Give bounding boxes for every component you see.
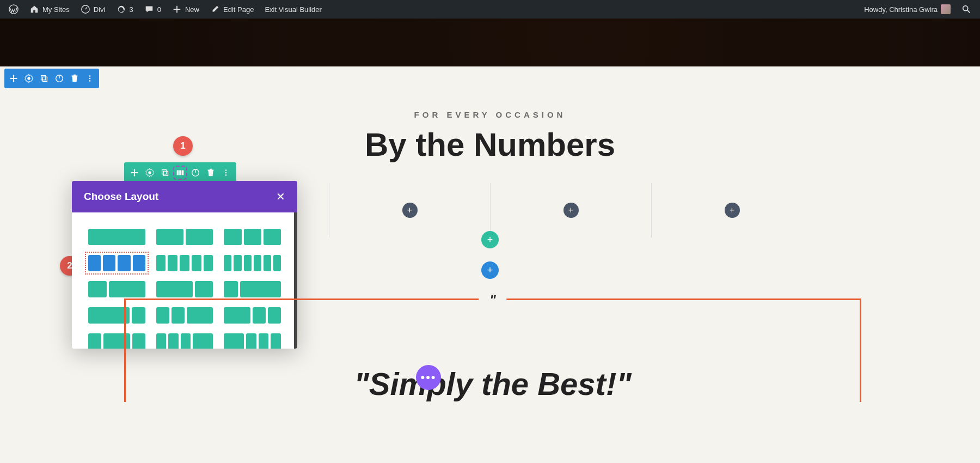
duplicate-icon[interactable] bbox=[39, 74, 49, 83]
layout-row bbox=[88, 281, 281, 297]
power-icon[interactable] bbox=[191, 168, 200, 178]
svg-point-17 bbox=[225, 169, 227, 171]
more-icon[interactable] bbox=[221, 168, 231, 178]
svg-point-9 bbox=[89, 80, 91, 82]
exit-vb-label: Exit Visual Builder bbox=[265, 5, 322, 14]
column-2: + bbox=[329, 183, 490, 237]
site-name-label: Divi bbox=[94, 5, 106, 14]
svg-point-2 bbox=[963, 6, 968, 11]
home-icon bbox=[29, 4, 39, 14]
layout-option-3col[interactable] bbox=[224, 229, 281, 245]
search-toggle[interactable] bbox=[957, 0, 976, 19]
layout-option-4col[interactable] bbox=[88, 255, 145, 271]
comments-menu[interactable]: 0 bbox=[140, 0, 166, 19]
layout-row bbox=[88, 229, 281, 245]
svg-rect-12 bbox=[163, 171, 168, 175]
comments-count: 0 bbox=[157, 5, 161, 14]
search-icon bbox=[961, 4, 971, 14]
wp-logo-menu[interactable] bbox=[4, 0, 23, 19]
eyebrow-text: FOR EVERY OCCASION bbox=[0, 110, 980, 119]
layout-option-2-1[interactable] bbox=[156, 281, 213, 297]
columns-layout-icon[interactable] bbox=[175, 168, 185, 178]
my-sites-label: My Sites bbox=[42, 5, 70, 14]
column-4: + bbox=[651, 183, 812, 237]
svg-point-18 bbox=[225, 172, 227, 174]
trash-icon[interactable] bbox=[70, 74, 79, 83]
row-toolbar bbox=[124, 162, 236, 183]
svg-rect-4 bbox=[41, 76, 46, 80]
section-toolbar bbox=[4, 69, 99, 88]
user-account-menu[interactable]: Howdy, Christina Gwira bbox=[860, 0, 955, 19]
layout-option-6col[interactable] bbox=[224, 255, 281, 271]
add-module-button[interactable]: + bbox=[564, 203, 579, 218]
gear-icon[interactable] bbox=[145, 168, 155, 178]
move-icon[interactable] bbox=[130, 168, 139, 178]
add-section-button[interactable]: + bbox=[481, 261, 499, 279]
modal-title: Choose Layout bbox=[84, 191, 158, 203]
edit-page-link[interactable]: Edit Page bbox=[206, 0, 258, 19]
update-icon bbox=[117, 4, 126, 14]
close-icon[interactable]: ✕ bbox=[276, 190, 285, 203]
section-heading: By the Numbers bbox=[0, 126, 980, 163]
site-name-menu[interactable]: Divi bbox=[76, 0, 110, 19]
svg-point-8 bbox=[89, 78, 91, 80]
new-content-menu[interactable]: New bbox=[168, 0, 204, 19]
svg-rect-5 bbox=[42, 77, 47, 81]
layout-option-2col[interactable] bbox=[156, 229, 213, 245]
more-icon[interactable] bbox=[85, 74, 95, 83]
svg-point-3 bbox=[27, 77, 30, 80]
trash-icon[interactable] bbox=[206, 168, 216, 178]
wp-admin-bar: My Sites Divi 3 0 New Edit Page Exit Vis… bbox=[0, 0, 980, 19]
svg-rect-14 bbox=[179, 170, 181, 175]
new-label: New bbox=[185, 5, 199, 14]
quote-mark: " bbox=[479, 293, 506, 308]
my-sites-menu[interactable]: My Sites bbox=[25, 0, 74, 19]
add-module-button[interactable]: + bbox=[725, 203, 740, 218]
admin-bar-left: My Sites Divi 3 0 New Edit Page Exit Vis… bbox=[4, 0, 326, 19]
plus-icon bbox=[172, 4, 182, 14]
move-icon[interactable] bbox=[9, 74, 19, 83]
svg-point-7 bbox=[89, 75, 91, 77]
add-module-button[interactable]: + bbox=[402, 203, 418, 218]
svg-rect-13 bbox=[177, 170, 179, 175]
pencil-icon bbox=[210, 4, 220, 14]
power-icon[interactable] bbox=[54, 74, 64, 83]
edit-page-label: Edit Page bbox=[223, 5, 254, 14]
layout-option-5col[interactable] bbox=[156, 255, 213, 271]
layout-option-1col[interactable] bbox=[88, 229, 145, 245]
builder-fab-button[interactable]: ••• bbox=[416, 365, 441, 390]
exit-visual-builder-link[interactable]: Exit Visual Builder bbox=[260, 0, 326, 19]
updates-count: 3 bbox=[130, 5, 133, 14]
page-content: FOR EVERY OCCASION By the Numbers bbox=[0, 66, 980, 163]
avatar bbox=[941, 4, 951, 14]
svg-rect-11 bbox=[162, 170, 167, 174]
modal-header: Choose Layout ✕ bbox=[72, 181, 297, 212]
wordpress-icon bbox=[9, 4, 19, 14]
quote-heading: "Simply the Best!" bbox=[126, 365, 860, 402]
annotation-badge-1: 1 bbox=[173, 136, 193, 156]
greeting-text: Howdy, Christina Gwira bbox=[864, 5, 938, 14]
column-3: + bbox=[490, 183, 651, 237]
gear-icon[interactable] bbox=[24, 74, 34, 83]
svg-point-10 bbox=[148, 171, 151, 174]
admin-bar-right: Howdy, Christina Gwira bbox=[860, 0, 976, 19]
duplicate-icon[interactable] bbox=[160, 168, 170, 178]
layout-option-1-2[interactable] bbox=[88, 281, 145, 297]
layout-option-1-3[interactable] bbox=[224, 281, 281, 297]
add-row-button[interactable]: + bbox=[481, 231, 499, 248]
layout-row bbox=[88, 255, 281, 271]
svg-point-19 bbox=[225, 174, 227, 176]
hero-banner bbox=[0, 19, 980, 66]
comment-icon bbox=[144, 4, 154, 14]
testimonial-section: " "Simply the Best!" bbox=[124, 298, 861, 402]
svg-rect-15 bbox=[182, 170, 184, 175]
updates-menu[interactable]: 3 bbox=[112, 0, 138, 19]
gauge-icon bbox=[81, 4, 90, 14]
